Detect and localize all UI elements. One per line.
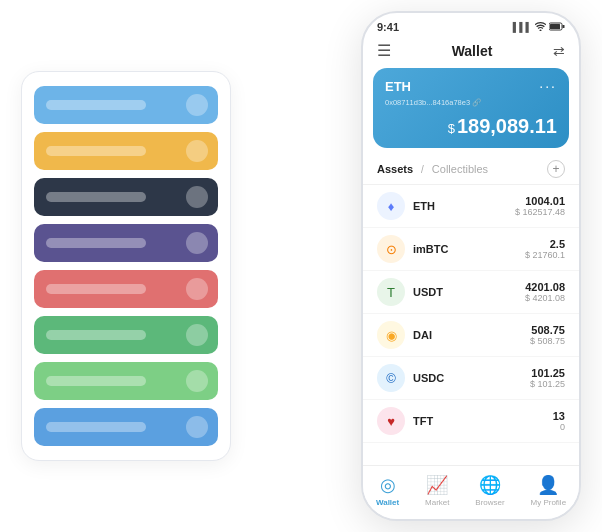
- status-time: 9:41: [377, 21, 399, 33]
- card-icon-8: [186, 416, 208, 438]
- asset-list: ♦ ETH 1004.01 $ 162517.48 ⊙ imBTC 2.5 $ …: [363, 185, 579, 443]
- card-row-8[interactable]: [34, 408, 218, 446]
- card-icon-3: [186, 186, 208, 208]
- asset-name-eth: ETH: [413, 200, 515, 212]
- asset-amount-main-usdt: 4201.08: [525, 281, 565, 293]
- card-label-5: [46, 284, 146, 294]
- eth-card-top: ETH ···: [385, 78, 557, 94]
- asset-name-usdt: USDT: [413, 286, 525, 298]
- card-label-7: [46, 376, 146, 386]
- asset-amount-usd-usdc: $ 101.25: [530, 379, 565, 389]
- card-icon-5: [186, 278, 208, 300]
- scene: 9:41 ▌▌▌ ☰ Wallet ⇄ ETH ···: [11, 11, 591, 521]
- asset-item-tft[interactable]: ♥ TFT 13 0: [363, 400, 579, 443]
- menu-icon[interactable]: ☰: [377, 41, 391, 60]
- card-label-2: [46, 146, 146, 156]
- asset-name-tft: TFT: [413, 415, 553, 427]
- asset-item-dai[interactable]: ◉ DAI 508.75 $ 508.75: [363, 314, 579, 357]
- card-icon-1: [186, 94, 208, 116]
- card-row-4[interactable]: [34, 224, 218, 262]
- left-panel: [21, 71, 231, 461]
- asset-amounts-imbtc: 2.5 $ 21760.1: [525, 238, 565, 260]
- card-label-4: [46, 238, 146, 248]
- nav-icon-my-profile: 👤: [537, 474, 559, 496]
- asset-icon-dai: ◉: [377, 321, 405, 349]
- card-icon-4: [186, 232, 208, 254]
- nav-label-browser: Browser: [475, 498, 504, 507]
- asset-amount-main-eth: 1004.01: [515, 195, 565, 207]
- page-title: Wallet: [452, 43, 493, 59]
- nav-icon-wallet: ◎: [380, 474, 396, 496]
- tab-separator: /: [421, 164, 424, 175]
- card-label-1: [46, 100, 146, 110]
- asset-item-imbtc[interactable]: ⊙ imBTC 2.5 $ 21760.1: [363, 228, 579, 271]
- nav-label-my-profile: My Profile: [531, 498, 567, 507]
- signal-icon: ▌▌▌: [513, 22, 532, 32]
- asset-amounts-usdt: 4201.08 $ 4201.08: [525, 281, 565, 303]
- nav-item-my-profile[interactable]: 👤 My Profile: [531, 474, 567, 507]
- card-row-7[interactable]: [34, 362, 218, 400]
- balance-dollar-sign: $: [448, 121, 455, 136]
- eth-card-options[interactable]: ···: [539, 78, 557, 94]
- asset-icon-imbtc: ⊙: [377, 235, 405, 263]
- assets-header: Assets / Collectibles +: [363, 156, 579, 185]
- card-row-2[interactable]: [34, 132, 218, 170]
- card-row-6[interactable]: [34, 316, 218, 354]
- card-row-3[interactable]: [34, 178, 218, 216]
- tab-assets[interactable]: Assets: [377, 163, 413, 175]
- battery-icon: [549, 22, 565, 33]
- eth-card-address: 0x08711d3b...8416a78e3 🔗: [385, 98, 557, 107]
- phone: 9:41 ▌▌▌ ☰ Wallet ⇄ ETH ···: [361, 11, 581, 521]
- card-icon-7: [186, 370, 208, 392]
- asset-amount-main-usdc: 101.25: [530, 367, 565, 379]
- status-bar: 9:41 ▌▌▌: [363, 13, 579, 37]
- asset-icon-eth: ♦: [377, 192, 405, 220]
- card-row-1[interactable]: [34, 86, 218, 124]
- eth-address-text: 0x08711d3b...8416a78e3: [385, 98, 470, 107]
- assets-tabs: Assets / Collectibles: [377, 163, 488, 175]
- card-row-5[interactable]: [34, 270, 218, 308]
- asset-icon-usdt: T: [377, 278, 405, 306]
- asset-amount-main-tft: 13: [553, 410, 565, 422]
- svg-rect-1: [550, 24, 560, 29]
- card-icon-6: [186, 324, 208, 346]
- nav-icon-market: 📈: [426, 474, 448, 496]
- asset-name-dai: DAI: [413, 329, 530, 341]
- bottom-nav: ◎ Wallet 📈 Market 🌐 Browser 👤 My Profile: [363, 465, 579, 519]
- balance-amount: 189,089.11: [457, 115, 557, 137]
- nav-item-market[interactable]: 📈 Market: [425, 474, 449, 507]
- asset-amounts-tft: 13 0: [553, 410, 565, 432]
- nav-item-browser[interactable]: 🌐 Browser: [475, 474, 504, 507]
- asset-item-usdt[interactable]: T USDT 4201.08 $ 4201.08: [363, 271, 579, 314]
- asset-icon-usdc: ©: [377, 364, 405, 392]
- card-label-6: [46, 330, 146, 340]
- asset-name-imbtc: imBTC: [413, 243, 525, 255]
- asset-amounts-eth: 1004.01 $ 162517.48: [515, 195, 565, 217]
- asset-item-eth[interactable]: ♦ ETH 1004.01 $ 162517.48: [363, 185, 579, 228]
- eth-address-link-icon: 🔗: [472, 98, 481, 107]
- eth-card-balance: $189,089.11: [385, 115, 557, 138]
- eth-card-name: ETH: [385, 79, 411, 94]
- asset-amount-usd-dai: $ 508.75: [530, 336, 565, 346]
- nav-label-wallet: Wallet: [376, 498, 399, 507]
- asset-icon-tft: ♥: [377, 407, 405, 435]
- svg-rect-2: [563, 25, 565, 28]
- card-label-3: [46, 192, 146, 202]
- asset-amount-usd-imbtc: $ 21760.1: [525, 250, 565, 260]
- nav-item-wallet[interactable]: ◎ Wallet: [376, 474, 399, 507]
- phone-header: ☰ Wallet ⇄: [363, 37, 579, 68]
- asset-name-usdc: USDC: [413, 372, 530, 384]
- add-asset-button[interactable]: +: [547, 160, 565, 178]
- eth-card[interactable]: ETH ··· 0x08711d3b...8416a78e3 🔗 $189,08…: [373, 68, 569, 148]
- asset-amount-main-imbtc: 2.5: [525, 238, 565, 250]
- status-icons: ▌▌▌: [513, 22, 565, 33]
- scan-icon[interactable]: ⇄: [553, 43, 565, 59]
- asset-amount-usd-usdt: $ 4201.08: [525, 293, 565, 303]
- tab-collectibles[interactable]: Collectibles: [432, 163, 488, 175]
- asset-item-usdc[interactable]: © USDC 101.25 $ 101.25: [363, 357, 579, 400]
- nav-icon-browser: 🌐: [479, 474, 501, 496]
- asset-amount-main-dai: 508.75: [530, 324, 565, 336]
- asset-amounts-dai: 508.75 $ 508.75: [530, 324, 565, 346]
- card-label-8: [46, 422, 146, 432]
- asset-amount-usd-eth: $ 162517.48: [515, 207, 565, 217]
